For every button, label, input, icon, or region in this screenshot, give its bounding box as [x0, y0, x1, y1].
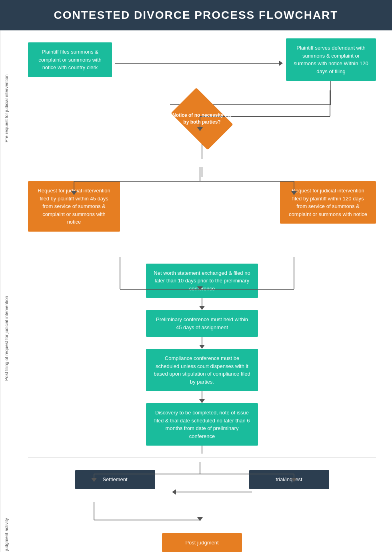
rji-45-text: Request for judicial intervention filed …	[28, 181, 120, 232]
side-label-1: Pre-request for judicial intervention	[0, 30, 12, 186]
discovery-box: Discovery to be completed, note of issue…	[146, 403, 258, 446]
discovery-text: Discovery to be completed, note of issue…	[146, 403, 258, 446]
central-flow: Net worth statement exchanged & filed no…	[28, 240, 376, 454]
compliance-text: Compliance conference must be scheduled …	[146, 349, 258, 391]
net-worth-box: Net worth statement exchanged & filed no…	[146, 264, 258, 298]
divider-2	[28, 458, 376, 458]
post-judgment-box: Post judgment	[162, 533, 242, 552]
compliance-box: Compliance conference must be scheduled …	[146, 349, 258, 391]
diamond-area: Notice of no necessity file by both part…	[28, 97, 376, 141]
plaintiff-serves-text: Plaintiff serves defendant with summons …	[286, 38, 376, 81]
arrow-right-1	[112, 60, 286, 66]
post-judgment-text: Post judgment	[162, 533, 242, 552]
settlement-box: Settlement	[75, 470, 155, 489]
diamond-label: Notice of no necessity file by both part…	[170, 112, 234, 126]
side-label-3: Disposition & post judgment activity	[0, 490, 12, 552]
rji-120-text: Request for judicial intervention filed …	[280, 181, 376, 224]
page-title: CONTESTED DIVORCE PROCESS FLOWCHART	[0, 9, 392, 22]
preliminary-box: Preliminary conference must held within …	[146, 310, 258, 337]
section2: Request for judicial intervention filed …	[28, 167, 376, 454]
side-labels: Pre-request for judicial intervention Po…	[0, 30, 12, 552]
plaintiff-files-box: Plaintiff files summons & complaint or s…	[28, 42, 112, 77]
plaintiff-files-text: Plaintiff files summons & complaint or s…	[28, 42, 112, 77]
arrow-discovery	[202, 446, 202, 454]
rji-45-box: Request for judicial intervention filed …	[28, 181, 120, 232]
side-label-2: Post filing of request for judicial inte…	[0, 186, 12, 490]
bottom-branches: Settlement trial/inquest	[28, 470, 376, 489]
plaintiff-serves-box: Plaintiff serves defendant with summons …	[286, 38, 376, 81]
divider-1	[28, 163, 376, 163]
arrow-preliminary	[199, 337, 205, 349]
trial-box: trial/inquest	[249, 470, 329, 489]
page-header: CONTESTED DIVORCE PROCESS FLOWCHART	[0, 0, 392, 30]
split-row: Request for judicial intervention filed …	[28, 181, 376, 232]
settlement-text: Settlement	[75, 470, 155, 489]
preliminary-text: Preliminary conference must held within …	[146, 310, 258, 337]
svg-marker-24	[172, 489, 176, 495]
section3: Settlement trial/inquest	[28, 462, 376, 552]
trial-text: trial/inquest	[249, 470, 329, 489]
rji-120-box: Request for judicial intervention filed …	[280, 181, 376, 224]
section1: Plaintiff files summons & complaint or s…	[28, 38, 376, 145]
arrow-compliance	[199, 391, 205, 403]
net-worth-text: Net worth statement exchanged & filed no…	[146, 264, 258, 298]
post-judgment-area: Post judgment	[28, 533, 376, 552]
arrow-down-2	[28, 167, 376, 177]
top-row: Plaintiff files summons & complaint or s…	[28, 38, 376, 81]
svg-marker-27	[197, 517, 203, 521]
arrow-net-worth	[199, 298, 205, 310]
